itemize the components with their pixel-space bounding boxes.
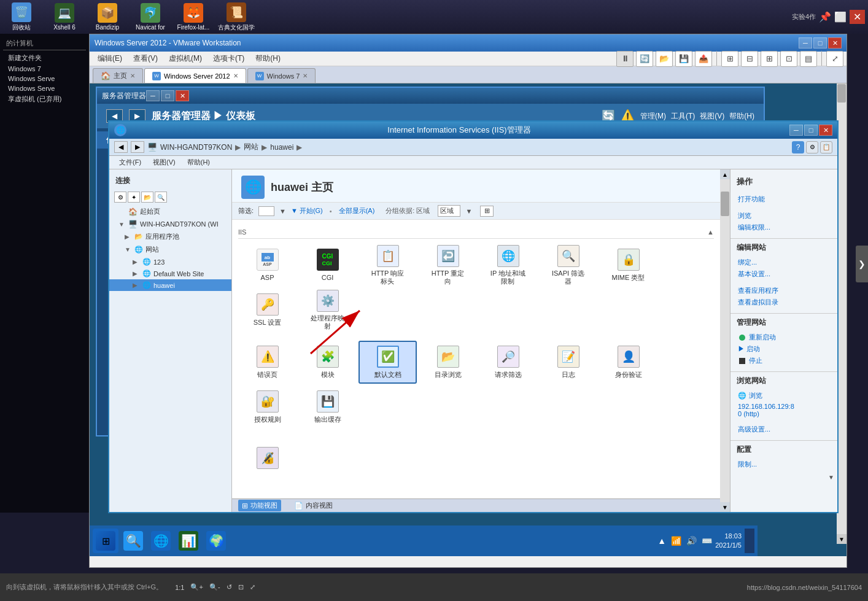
desktop-pin-btn[interactable]: 📌 (819, 11, 831, 23)
tab-home[interactable]: 🏠 主页 ✕ (93, 68, 143, 83)
taskbar-search-btn[interactable]: 🔍 (120, 529, 146, 553)
vm-screen-btn3[interactable]: ⊞ (761, 51, 778, 67)
pause-btn[interactable]: ⏸ (616, 51, 634, 67)
menu-vm[interactable]: 虚拟机(M) (164, 52, 207, 65)
sm-maximize[interactable]: □ (161, 90, 174, 101)
tab-winserver-close[interactable]: ✕ (233, 72, 238, 79)
icon-asp[interactable]: ab ASP ASP (238, 244, 296, 287)
nav-app-pools[interactable]: ▶ 📂 应用程序池 (109, 230, 231, 243)
menu-view[interactable]: 查看(V) (128, 52, 163, 65)
icon-ip-restrict[interactable]: 🌐 IP 地址和域限制 (479, 244, 537, 287)
addr-server[interactable]: WIN-HGANDT97KON (160, 143, 232, 152)
nav-site-123[interactable]: ▶ 🌐 123 (109, 256, 231, 268)
statusbar-feature-view[interactable]: ⊞ 功能视图 (238, 500, 281, 511)
iis-minimize[interactable]: ─ (789, 125, 803, 136)
desktop-restore-btn[interactable]: ⬜ (834, 11, 847, 23)
desktop-icon-recycle[interactable]: 🗑️ 回收站 (3, 2, 40, 32)
iis-maximize[interactable]: □ (804, 125, 818, 136)
vm-fullscreen-btn[interactable]: ⤢ (826, 51, 843, 67)
ol-item-winserver2[interactable]: Windows Serve (3, 83, 86, 93)
ol-item-new-folder[interactable]: 新建文件夹 (3, 52, 86, 64)
iis-vscrollbar[interactable]: ▲ ▼ (720, 169, 730, 512)
icon-auth[interactable]: 👤 身份验证 (599, 341, 657, 384)
filter-input[interactable] (258, 206, 274, 216)
rp-link-browse2[interactable]: 🌐 浏览 (730, 390, 837, 401)
icon-http-resp[interactable]: 📋 HTTP 响应标头 (358, 244, 417, 287)
scroll-thumb[interactable] (721, 192, 729, 216)
vmware-maximize-btn[interactable]: □ (813, 37, 827, 48)
menu-help[interactable]: 帮助(H) (250, 52, 285, 65)
nav-huawei[interactable]: ▶ 🌐 huawei (109, 279, 231, 291)
reset-zoom-btn[interactable]: ↺ (227, 583, 232, 591)
rp-link-restart[interactable]: 重新启动 (730, 332, 837, 343)
scroll-down-btn[interactable]: ▼ (837, 534, 847, 544)
desktop-icon-bandizip[interactable]: 📦 Bandizip (89, 3, 126, 31)
vmware-close-btn[interactable]: ✕ (828, 37, 842, 48)
tab-winserver2012[interactable]: W Windows Server 2012 ✕ (144, 68, 246, 83)
scroll-up-btn[interactable]: ▲ (720, 169, 730, 179)
icon-ssl2[interactable]: 🔏 (238, 438, 296, 481)
rp-link-view-apps[interactable]: 查看应用程序 (730, 285, 837, 297)
nav-start-page[interactable]: 🏠 起始页 (109, 205, 231, 218)
fit-btn[interactable]: ⊡ (238, 583, 244, 591)
show-desktop-btn[interactable] (745, 529, 754, 553)
desktop-close-btn[interactable]: ✕ (850, 10, 865, 24)
iis-menu-help[interactable]: 帮助(H) (182, 157, 215, 168)
sm-minimize[interactable]: ─ (146, 90, 160, 101)
sm-close[interactable]: ✕ (176, 90, 189, 101)
fullscreen-btn[interactable]: ⤢ (250, 583, 255, 591)
iis-back-btn[interactable]: ◀ (114, 141, 128, 153)
scroll-down-btn2[interactable]: ▼ (720, 502, 730, 512)
statusbar-content-view[interactable]: 📄 内容视图 (290, 500, 336, 511)
taskbar-network-btn[interactable]: 🌍 (203, 529, 229, 553)
addr-huawei[interactable]: huawei (270, 143, 293, 152)
taskbar-ie-btn[interactable]: 🌐 (148, 529, 174, 553)
iis-help-btn[interactable]: ? (792, 141, 804, 153)
rp-link-limit[interactable]: 限制... (730, 459, 837, 470)
icon-dir-browse[interactable]: 📂 目录浏览 (419, 341, 477, 384)
sm-view-menu[interactable]: 视图(V) (700, 111, 724, 122)
desktop-icon-xshell[interactable]: 💻 Xshell 6 (46, 3, 83, 31)
ol-item-win7[interactable]: Windows 7 (3, 64, 86, 74)
vm-toolbar-btn2[interactable]: 📂 (656, 51, 673, 67)
view-btn[interactable]: ⊞ (480, 206, 494, 217)
conn-tb-2[interactable]: ✦ (128, 192, 140, 203)
desktop-icon-firefox[interactable]: 🦊 Firefox-lat... (175, 3, 212, 31)
iis-close[interactable]: ✕ (819, 125, 832, 136)
vm-screen-btn5[interactable]: ▤ (800, 51, 817, 67)
iis-tb-btn3[interactable]: 📋 (820, 141, 832, 153)
icon-cgi[interactable]: CGICGI CGI (298, 244, 357, 287)
rp-link-basic-settings[interactable]: 基本设置... (730, 268, 837, 280)
icon-req-filter[interactable]: 🔎 请求筛选 (479, 341, 537, 384)
icon-module[interactable]: 🧩 模块 (298, 341, 357, 384)
desktop-icon-guwen[interactable]: 📜 古典文化国学 (218, 2, 255, 32)
section-collapse-iis[interactable]: ▲ (707, 228, 714, 236)
icon-authz[interactable]: 🔐 授权规则 (238, 386, 296, 428)
zoom-in-btn[interactable]: 🔍+ (190, 583, 203, 591)
rp-link-browse[interactable]: 浏览 (730, 210, 837, 222)
sm-manage-menu[interactable]: 管理(M) (640, 111, 666, 122)
sm-tools-menu[interactable]: 工具(T) (671, 111, 695, 122)
vm-screen-btn2[interactable]: ⊟ (741, 51, 758, 67)
zoom-ratio[interactable]: 1:1 (175, 584, 184, 591)
iis-tb-btn2[interactable]: ⚙ (806, 141, 818, 153)
icon-http-redir[interactable]: ↩️ HTTP 重定向 (419, 244, 477, 287)
filter-showall-btn[interactable]: 全部显示(A) (339, 206, 375, 215)
conn-tb-4[interactable]: 🔍 (155, 192, 167, 203)
rp-link-edit-perms[interactable]: 编辑权限... (730, 222, 837, 233)
filter-start-btn[interactable]: ▼ 开始(G) (291, 206, 323, 215)
tab-win7[interactable]: W Windows 7 ✕ (247, 68, 316, 83)
desktop-icon-navicat[interactable]: 🐬 Navicat for (132, 3, 169, 31)
icon-handler[interactable]: ⚙️ 处理程序映射 (298, 289, 357, 332)
icon-isapi[interactable]: 🔍 ISAPI 筛选器 (539, 244, 597, 287)
taskbar-start-btn[interactable]: ⊞ (93, 529, 118, 553)
icon-error-page[interactable]: ⚠️ 错误页 (238, 341, 296, 384)
right-expand-btn[interactable]: ❯ (856, 246, 868, 282)
ol-item-vm[interactable]: 享虚拟机 (已弃用) (3, 93, 86, 105)
vmware-minimize-btn[interactable]: ─ (799, 37, 812, 48)
rp-link-bind[interactable]: 绑定... (730, 257, 837, 268)
icon-output-cache[interactable]: 💾 输出缓存 (298, 386, 357, 428)
tray-up-btn[interactable]: ▲ (657, 536, 666, 546)
rp-scroll-down[interactable]: ▼ (730, 473, 837, 482)
rp-link-stop[interactable]: 停止 (730, 355, 837, 366)
